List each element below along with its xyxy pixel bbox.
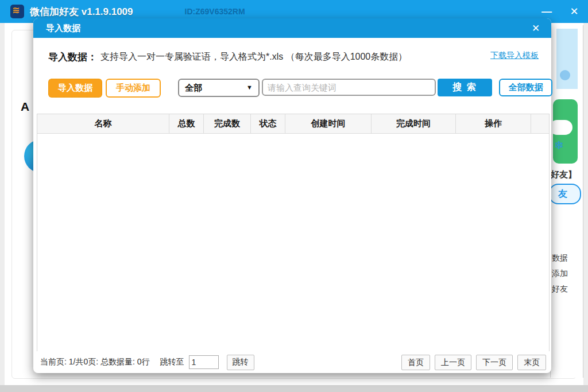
column-header-finished-time: 完成时间 [372, 114, 456, 133]
download-template-link[interactable]: 下载导入模板 [490, 51, 539, 61]
import-data-table: 名称 总数 完成数 状态 创建时间 完成时间 操作 [37, 114, 550, 351]
background-add-friend-button: 友 [549, 184, 581, 204]
decorative-pill [550, 120, 572, 135]
manual-add-button[interactable]: 手动添加 [106, 79, 161, 98]
app-id-label: ID:Z69V6352RM [185, 7, 245, 16]
dialog-header: 导入数据 ✕ [33, 18, 551, 38]
chevron-down-icon: ▼ [246, 84, 253, 91]
page-info-text: 当前页: 1/共0页: 总数据量: 0行 [40, 357, 150, 367]
jump-to-label: 跳转至 [160, 357, 184, 367]
app-title: 微信加好友 v1.1.9.1009 [30, 5, 133, 18]
dialog-footer: 当前页: 1/共0页: 总数据量: 0行 跳转至 跳转 首页 上一页 下一页 末… [37, 354, 550, 370]
import-description: 导入数据： 支持导入一对一专属验证语，导入格式为*.xls （每次最多导入100… [48, 48, 536, 65]
background-blue-panel [556, 29, 578, 89]
pagination: 首页 上一页 下一页 末页 [401, 355, 546, 370]
close-button[interactable]: ✕ [560, 0, 588, 23]
column-header-completed: 完成数 [204, 114, 251, 133]
dialog-title: 导入数据 [46, 23, 80, 34]
background-button-label: 友 [558, 188, 567, 200]
dialog-toolbar: 导入数据 手动添加 全部 ▼ 搜 索 全部数据 [48, 79, 537, 97]
next-page-button[interactable]: 下一页 [476, 355, 513, 370]
all-data-button[interactable]: 全部数据 [499, 79, 552, 96]
dialog-close-icon[interactable]: ✕ [528, 21, 543, 36]
column-header-actions: 操作 [456, 114, 531, 133]
background-text-fragment: A [21, 100, 29, 114]
snowflake-icon: ❄ [554, 138, 564, 152]
background-menu-item: 数据 [552, 250, 568, 266]
column-header-spacer [531, 114, 549, 133]
search-button[interactable]: 搜 索 [438, 79, 492, 96]
import-description-text: 支持导入一对一专属验证语，导入格式为*.xls （每次最多导入1000条数据） [100, 51, 407, 63]
import-description-label: 导入数据： [48, 51, 97, 64]
decorative-dot [560, 70, 570, 80]
import-data-dialog: 导入数据 ✕ 导入数据： 支持导入一对一专属验证语，导入格式为*.xls （每次… [33, 18, 551, 373]
status-filter-dropdown[interactable]: 全部 ▼ [178, 79, 260, 97]
jump-page-input[interactable] [189, 355, 219, 369]
background-menu-item: 好友 [552, 281, 568, 297]
app-logo-icon [10, 5, 24, 18]
table-header-row: 名称 总数 完成数 状态 创建时间 完成时间 操作 [37, 114, 549, 134]
dropdown-selected-value: 全部 [185, 83, 202, 94]
first-page-button[interactable]: 首页 [401, 355, 430, 370]
background-text-fragment: 好友】 [551, 169, 577, 180]
background-green-button: ❄ [553, 99, 578, 164]
table-body-empty [37, 134, 549, 352]
last-page-button[interactable]: 末页 [517, 355, 546, 370]
column-header-name: 名称 [37, 114, 169, 133]
column-header-total: 总数 [169, 114, 204, 133]
jump-button[interactable]: 跳转 [227, 355, 254, 370]
app-window: A ❄ 好友】 友 数据 添加 好友 微信加好友 v1.1.9.1009 ID:… [0, 0, 588, 392]
window-bottom-edge [0, 385, 588, 392]
column-header-status: 状态 [251, 114, 285, 133]
search-input[interactable] [262, 79, 436, 96]
prev-page-button[interactable]: 上一页 [435, 355, 471, 370]
column-header-created-time: 创建时间 [285, 114, 372, 133]
background-menu-item: 添加 [552, 266, 568, 281]
background-menu-fragments: 数据 添加 好友 [552, 250, 568, 297]
import-data-button[interactable]: 导入数据 [48, 79, 102, 98]
